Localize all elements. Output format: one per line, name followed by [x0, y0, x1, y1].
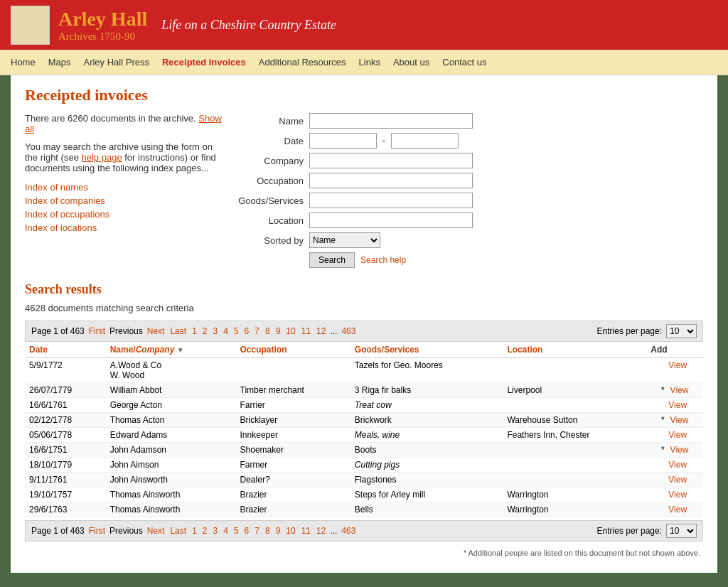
sorted-row: Sorted by Name Date Company Occupation L…: [238, 232, 703, 248]
page-12[interactable]: 12: [316, 326, 326, 336]
search-button[interactable]: Search: [309, 252, 355, 268]
bottom-page-463[interactable]: 463: [341, 526, 355, 536]
view-link[interactable]: View: [670, 415, 689, 425]
goods-row: Goods/Services: [238, 193, 703, 208]
sort-goods[interactable]: Goods/Services: [355, 345, 419, 355]
col-add: Add: [646, 342, 703, 358]
entries-label: Entries per page:: [597, 326, 662, 336]
help-page-link[interactable]: help page: [82, 152, 122, 163]
bottom-page-7[interactable]: 7: [255, 526, 259, 536]
bottom-pagination-first[interactable]: First: [89, 526, 105, 536]
sort-occupation[interactable]: Occupation: [240, 345, 287, 355]
location-input[interactable]: [309, 212, 473, 228]
header-text: Arley Hall Archives 1750-90: [58, 8, 147, 43]
nav-maps[interactable]: Maps: [48, 51, 71, 73]
entries-per-page-select[interactable]: 10 25 50 100: [666, 324, 697, 338]
page-4[interactable]: 4: [223, 326, 228, 336]
footnote: * Additional people are listed on this d…: [25, 546, 703, 560]
bottom-entries-per-page-select[interactable]: 10 25 50 100: [666, 524, 697, 538]
search-help-link[interactable]: Search help: [360, 255, 406, 265]
date-from-input[interactable]: 1750: [309, 133, 377, 149]
page-5[interactable]: 5: [234, 326, 239, 336]
view-link[interactable]: View: [668, 430, 687, 440]
nav-arley-hall-press[interactable]: Arley Hall Press: [83, 51, 149, 73]
goods-input[interactable]: [309, 193, 473, 208]
occupation-input-wrap: [309, 173, 473, 188]
nav-links[interactable]: Links: [359, 51, 380, 73]
view-link[interactable]: View: [668, 460, 687, 470]
results-count: 4628 documents matching search criteria: [25, 303, 703, 313]
sort-date[interactable]: Date: [29, 345, 48, 355]
nav-receipted-invoices[interactable]: Receipted Invoices: [162, 51, 246, 73]
pagination-first[interactable]: First: [89, 326, 105, 336]
page-8[interactable]: 8: [265, 326, 270, 336]
company-input[interactable]: [309, 153, 473, 168]
nav-about[interactable]: About us: [393, 51, 429, 73]
cell-goods: Treat cow: [350, 398, 503, 413]
location-input-wrap: [309, 212, 473, 228]
bottom-pagination-last[interactable]: Last: [170, 526, 186, 536]
cell-date: 29/6/1763: [25, 502, 106, 517]
cell-location: [503, 358, 646, 383]
bottom-page-12[interactable]: 12: [316, 526, 326, 536]
view-link[interactable]: View: [670, 445, 689, 455]
page-10[interactable]: 10: [286, 326, 295, 336]
bottom-page-3[interactable]: 3: [213, 526, 218, 536]
bottom-page-10[interactable]: 10: [286, 526, 295, 536]
nav-contact[interactable]: Contact us: [442, 51, 486, 73]
view-link[interactable]: View: [670, 385, 689, 395]
index-occupations-link[interactable]: Index of occupations: [25, 209, 224, 220]
cell-name: Thomas Acton: [106, 413, 236, 428]
goods-label: Goods/Services: [238, 195, 309, 206]
occupation-input[interactable]: [309, 173, 473, 188]
col-occupation: Occupation: [236, 342, 350, 358]
page-9[interactable]: 9: [276, 326, 281, 336]
view-link[interactable]: View: [668, 490, 687, 500]
sorted-select[interactable]: Name Date Company Occupation Location: [309, 232, 380, 248]
view-link[interactable]: View: [668, 505, 687, 515]
date-to-input[interactable]: 1780: [391, 133, 459, 149]
bottom-page-11[interactable]: 11: [301, 526, 311, 536]
page-3[interactable]: 3: [213, 326, 218, 336]
cell-occupation: Farrier: [236, 398, 350, 413]
bottom-pagination-next[interactable]: Next: [147, 526, 165, 536]
index-companies-link[interactable]: Index of companies: [25, 195, 224, 206]
nav-home[interactable]: Home: [11, 51, 36, 73]
nav-additional-resources[interactable]: Additional Resources: [259, 51, 346, 73]
cell-name: Thomas Ainsworth: [106, 502, 236, 517]
cell-date: 18/10/1779: [25, 458, 106, 473]
cell-name: George Acton: [106, 398, 236, 413]
cell-add: View: [646, 488, 703, 502]
name-row: Name: [238, 113, 703, 129]
page-1[interactable]: 1: [192, 326, 197, 336]
pagination-next[interactable]: Next: [147, 326, 165, 336]
page-7[interactable]: 7: [255, 326, 259, 336]
page-11[interactable]: 11: [301, 326, 311, 336]
bottom-page-5[interactable]: 5: [234, 526, 239, 536]
page-463[interactable]: 463: [341, 326, 355, 336]
bottom-page-1[interactable]: 1: [192, 526, 197, 536]
index-locations-link[interactable]: Index of locations: [25, 222, 224, 233]
sort-name[interactable]: Name/Company: [110, 345, 175, 355]
page-2[interactable]: 2: [203, 326, 208, 336]
pagination-last[interactable]: Last: [170, 326, 186, 336]
view-link[interactable]: View: [668, 360, 687, 370]
view-link[interactable]: View: [668, 400, 687, 410]
cell-location: Liverpool: [503, 383, 646, 398]
bottom-page-9[interactable]: 9: [276, 526, 281, 536]
page-6[interactable]: 6: [245, 326, 250, 336]
occupation-label: Occupation: [238, 176, 309, 186]
index-names-link[interactable]: Index of names: [25, 182, 224, 193]
view-link[interactable]: View: [668, 475, 687, 485]
cell-occupation: Innkeeper: [236, 428, 350, 443]
company-input-wrap: [309, 153, 473, 168]
name-input[interactable]: [309, 113, 473, 129]
bottom-page-4[interactable]: 4: [223, 526, 228, 536]
sort-location[interactable]: Location: [507, 345, 542, 355]
bottom-page-2[interactable]: 2: [203, 526, 208, 536]
bottom-page-6[interactable]: 6: [245, 526, 250, 536]
date-input-wrap: 1750 - 1780: [309, 133, 459, 149]
cell-add: View: [646, 358, 703, 383]
bottom-page-8[interactable]: 8: [265, 526, 270, 536]
date-row: Date 1750 - 1780: [238, 133, 703, 149]
